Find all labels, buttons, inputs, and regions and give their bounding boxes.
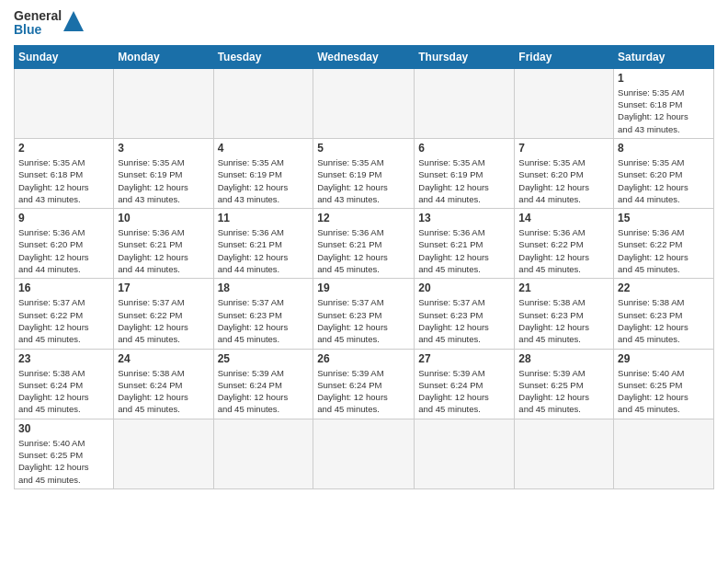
header-tuesday: Tuesday: [213, 45, 313, 68]
day-info: Sunrise: 5:35 AMSunset: 6:18 PMDaylight:…: [618, 86, 710, 135]
calendar-cell: 3Sunrise: 5:35 AMSunset: 6:19 PMDaylight…: [114, 138, 213, 208]
header-wednesday: Wednesday: [313, 45, 415, 68]
day-number: 23: [18, 352, 109, 365]
page-header: General Blue: [14, 9, 714, 38]
calendar-cell: 24Sunrise: 5:38 AMSunset: 6:24 PMDayligh…: [114, 349, 213, 419]
calendar-cell: [313, 68, 415, 138]
day-info: Sunrise: 5:40 AMSunset: 6:25 PMDaylight:…: [618, 367, 710, 416]
calendar-cell: [213, 419, 313, 488]
day-number: 28: [518, 352, 609, 365]
day-number: 2: [18, 142, 109, 155]
day-number: 19: [317, 282, 410, 294]
week-row-2: 9Sunrise: 5:36 AMSunset: 6:20 PMDaylight…: [15, 209, 714, 279]
day-info: Sunrise: 5:36 AMSunset: 6:21 PMDaylight:…: [218, 226, 310, 275]
calendar-cell: [415, 419, 515, 488]
day-info: Sunrise: 5:39 AMSunset: 6:24 PMDaylight:…: [418, 367, 510, 416]
calendar-cell: 20Sunrise: 5:37 AMSunset: 6:23 PMDayligh…: [415, 279, 515, 349]
calendar-cell: [313, 419, 415, 488]
day-number: 17: [118, 282, 209, 294]
calendar-cell: 6Sunrise: 5:35 AMSunset: 6:19 PMDaylight…: [415, 138, 515, 208]
day-number: 21: [518, 282, 609, 294]
calendar-cell: 29Sunrise: 5:40 AMSunset: 6:25 PMDayligh…: [614, 349, 714, 419]
day-info: Sunrise: 5:36 AMSunset: 6:21 PMDaylight:…: [118, 226, 209, 275]
day-number: 7: [518, 142, 609, 155]
calendar-cell: [114, 68, 213, 138]
calendar-cell: 25Sunrise: 5:39 AMSunset: 6:24 PMDayligh…: [213, 349, 313, 419]
day-number: 5: [317, 142, 410, 155]
header-thursday: Thursday: [415, 45, 515, 68]
day-number: 25: [218, 352, 310, 365]
calendar-cell: [415, 68, 515, 138]
day-info: Sunrise: 5:37 AMSunset: 6:23 PMDaylight:…: [218, 296, 310, 345]
day-info: Sunrise: 5:38 AMSunset: 6:24 PMDaylight:…: [118, 367, 209, 416]
day-number: 3: [118, 142, 209, 155]
day-number: 10: [118, 212, 209, 224]
day-info: Sunrise: 5:38 AMSunset: 6:24 PMDaylight:…: [18, 367, 109, 416]
day-info: Sunrise: 5:39 AMSunset: 6:24 PMDaylight:…: [218, 367, 310, 416]
day-info: Sunrise: 5:36 AMSunset: 6:21 PMDaylight:…: [418, 226, 510, 275]
calendar-cell: [515, 419, 614, 488]
header-friday: Friday: [515, 45, 614, 68]
day-info: Sunrise: 5:35 AMSunset: 6:19 PMDaylight:…: [418, 156, 510, 205]
week-row-5: 30Sunrise: 5:40 AMSunset: 6:25 PMDayligh…: [15, 419, 714, 488]
week-row-4: 23Sunrise: 5:38 AMSunset: 6:24 PMDayligh…: [15, 349, 714, 419]
calendar-cell: 16Sunrise: 5:37 AMSunset: 6:22 PMDayligh…: [15, 279, 114, 349]
day-number: 4: [218, 142, 310, 155]
calendar-cell: 12Sunrise: 5:36 AMSunset: 6:21 PMDayligh…: [313, 209, 415, 279]
week-row-0: 1Sunrise: 5:35 AMSunset: 6:18 PMDaylight…: [15, 68, 714, 138]
day-info: Sunrise: 5:36 AMSunset: 6:21 PMDaylight:…: [317, 226, 410, 275]
calendar-cell: 27Sunrise: 5:39 AMSunset: 6:24 PMDayligh…: [415, 349, 515, 419]
calendar-cell: 9Sunrise: 5:36 AMSunset: 6:20 PMDaylight…: [15, 209, 114, 279]
day-number: 6: [418, 142, 510, 155]
day-number: 14: [518, 212, 609, 224]
day-info: Sunrise: 5:39 AMSunset: 6:25 PMDaylight:…: [518, 367, 609, 416]
logo: General Blue: [14, 9, 84, 38]
day-info: Sunrise: 5:39 AMSunset: 6:24 PMDaylight:…: [317, 367, 410, 416]
calendar-cell: 17Sunrise: 5:37 AMSunset: 6:22 PMDayligh…: [114, 279, 213, 349]
calendar-cell: 10Sunrise: 5:36 AMSunset: 6:21 PMDayligh…: [114, 209, 213, 279]
calendar-cell: 7Sunrise: 5:35 AMSunset: 6:20 PMDaylight…: [515, 138, 614, 208]
calendar-cell: 5Sunrise: 5:35 AMSunset: 6:19 PMDaylight…: [313, 138, 415, 208]
header-saturday: Saturday: [614, 45, 714, 68]
week-row-3: 16Sunrise: 5:37 AMSunset: 6:22 PMDayligh…: [15, 279, 714, 349]
calendar-cell: 23Sunrise: 5:38 AMSunset: 6:24 PMDayligh…: [15, 349, 114, 419]
day-number: 8: [618, 142, 710, 155]
day-number: 15: [618, 212, 710, 224]
day-info: Sunrise: 5:35 AMSunset: 6:19 PMDaylight:…: [118, 156, 209, 205]
calendar-cell: 15Sunrise: 5:36 AMSunset: 6:22 PMDayligh…: [614, 209, 714, 279]
day-info: Sunrise: 5:35 AMSunset: 6:19 PMDaylight:…: [218, 156, 310, 205]
svg-marker-0: [63, 11, 84, 31]
calendar-table: SundayMondayTuesdayWednesdayThursdayFrid…: [14, 45, 714, 489]
day-info: Sunrise: 5:37 AMSunset: 6:22 PMDaylight:…: [118, 296, 209, 345]
day-number: 13: [418, 212, 510, 224]
day-info: Sunrise: 5:35 AMSunset: 6:19 PMDaylight:…: [317, 156, 410, 205]
day-info: Sunrise: 5:37 AMSunset: 6:23 PMDaylight:…: [418, 296, 510, 345]
calendar-cell: 21Sunrise: 5:38 AMSunset: 6:23 PMDayligh…: [515, 279, 614, 349]
calendar-cell: [515, 68, 614, 138]
logo-general: General: [14, 9, 62, 23]
logo-blue: Blue: [14, 23, 62, 37]
day-number: 1: [618, 72, 710, 85]
day-info: Sunrise: 5:36 AMSunset: 6:22 PMDaylight:…: [518, 226, 609, 275]
calendar-cell: 18Sunrise: 5:37 AMSunset: 6:23 PMDayligh…: [213, 279, 313, 349]
calendar-cell: 28Sunrise: 5:39 AMSunset: 6:25 PMDayligh…: [515, 349, 614, 419]
day-number: 27: [418, 352, 510, 365]
calendar-cell: [114, 419, 213, 488]
header-monday: Monday: [114, 45, 213, 68]
day-info: Sunrise: 5:36 AMSunset: 6:22 PMDaylight:…: [618, 226, 710, 275]
day-number: 12: [317, 212, 410, 224]
calendar-cell: 22Sunrise: 5:38 AMSunset: 6:23 PMDayligh…: [614, 279, 714, 349]
day-info: Sunrise: 5:36 AMSunset: 6:20 PMDaylight:…: [18, 226, 109, 275]
day-info: Sunrise: 5:35 AMSunset: 6:20 PMDaylight:…: [518, 156, 609, 205]
day-number: 9: [18, 212, 109, 224]
calendar-cell: [614, 419, 714, 488]
calendar-cell: 13Sunrise: 5:36 AMSunset: 6:21 PMDayligh…: [415, 209, 515, 279]
day-number: 11: [218, 212, 310, 224]
calendar-cell: 30Sunrise: 5:40 AMSunset: 6:25 PMDayligh…: [15, 419, 114, 488]
day-info: Sunrise: 5:35 AMSunset: 6:20 PMDaylight:…: [618, 156, 710, 205]
day-number: 30: [18, 422, 109, 435]
header-sunday: Sunday: [15, 45, 114, 68]
calendar-cell: [213, 68, 313, 138]
calendar-cell: 2Sunrise: 5:35 AMSunset: 6:18 PMDaylight…: [15, 138, 114, 208]
day-info: Sunrise: 5:37 AMSunset: 6:22 PMDaylight:…: [18, 296, 109, 345]
